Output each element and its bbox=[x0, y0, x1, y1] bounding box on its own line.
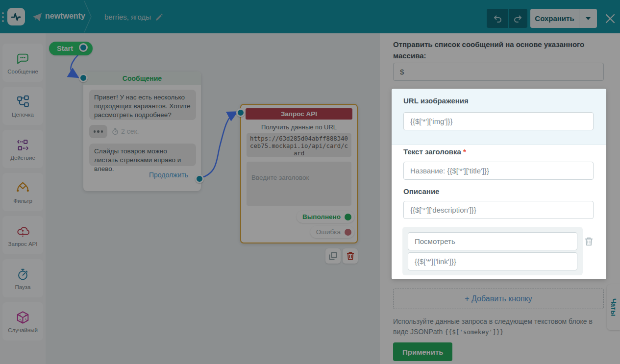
jsonpath-hint: Используйте данные запроса в следующем т… bbox=[393, 316, 605, 337]
button-link-input[interactable] bbox=[408, 252, 577, 270]
action-icon bbox=[15, 138, 30, 152]
message-node-title: Сообщение bbox=[83, 72, 201, 85]
apply-button[interactable]: Применить bbox=[393, 342, 452, 361]
close-button[interactable] bbox=[603, 12, 617, 25]
sidebar-item-chain[interactable]: Цепочка bbox=[2, 87, 43, 125]
random-icon bbox=[15, 310, 30, 325]
trash-icon bbox=[347, 252, 354, 260]
title-label-text: Текст заголовка bbox=[403, 147, 461, 156]
typing-indicator-chip[interactable] bbox=[89, 125, 107, 138]
success-dot-icon bbox=[345, 214, 351, 220]
sidebar-item-label: Запрос API bbox=[8, 241, 38, 247]
array-source-label: Отправить список сообщений на основе ука… bbox=[393, 39, 589, 61]
message-delay: 2 сек. bbox=[112, 127, 139, 135]
copy-icon bbox=[329, 252, 337, 260]
save-split-button: Сохранить bbox=[530, 9, 597, 28]
api-input-connector[interactable] bbox=[236, 108, 245, 117]
api-success-connector[interactable]: Выполнено bbox=[297, 211, 354, 223]
sidebar-item-filter[interactable]: Фильтр bbox=[2, 173, 43, 211]
description-label: Описание bbox=[403, 187, 439, 195]
sidebar-item-random[interactable]: Случайный bbox=[2, 302, 43, 340]
description-input[interactable] bbox=[403, 201, 594, 219]
api-node-subtitle: Получить данные по URL bbox=[241, 123, 357, 131]
kebab-menu-icon[interactable] bbox=[2, 12, 5, 22]
undo-icon bbox=[492, 13, 503, 24]
image-url-input[interactable] bbox=[403, 112, 594, 130]
message-output-connector[interactable] bbox=[195, 174, 204, 183]
breadcrumb-divider bbox=[82, 0, 93, 33]
api-success-label: Выполнено bbox=[302, 213, 341, 220]
undo-button[interactable] bbox=[487, 9, 508, 28]
api-title-placeholder[interactable]: Введите заголовок bbox=[247, 162, 351, 206]
edit-pencil-icon[interactable] bbox=[155, 13, 163, 22]
breadcrumb-bot-name[interactable]: newtwenty bbox=[45, 12, 85, 21]
paper-plane-icon bbox=[32, 13, 42, 22]
message-input-connector[interactable] bbox=[79, 73, 88, 82]
message-bubble-2[interactable]: Слайды товаров можно листать стрелками в… bbox=[89, 144, 196, 166]
sidebar-item-label: Пауза bbox=[15, 284, 31, 290]
filter-icon bbox=[15, 181, 30, 195]
sidebar-item-label: Действие bbox=[10, 155, 35, 161]
message-delay-value: 2 сек. bbox=[121, 127, 139, 135]
pause-icon bbox=[15, 267, 30, 282]
start-node[interactable]: Start bbox=[49, 42, 93, 55]
save-button[interactable]: Сохранить bbox=[530, 9, 579, 28]
redo-icon bbox=[513, 13, 523, 24]
message-node[interactable]: Сообщение Привет! У нас есть несколько п… bbox=[83, 72, 201, 191]
api-request-icon bbox=[15, 224, 30, 239]
app-logo[interactable] bbox=[7, 8, 25, 25]
api-url-value[interactable]: https://63d285d04abff888340ceb75.mockapi… bbox=[247, 133, 351, 157]
sidebar-item-label: Цепочка bbox=[12, 112, 34, 118]
chats-tab[interactable]: Чаты bbox=[607, 284, 620, 330]
api-request-node[interactable]: Запрос API Получить данные по URL https:… bbox=[240, 104, 358, 243]
add-button-button[interactable]: + Добавить кнопку bbox=[393, 289, 604, 309]
start-output-connector[interactable] bbox=[79, 43, 88, 52]
title-input[interactable] bbox=[403, 162, 594, 180]
sidebar-item-label: Сообщение bbox=[7, 69, 38, 74]
stopwatch-icon bbox=[112, 128, 119, 135]
topbar: newtwenty berries, ягоды Сохранить bbox=[0, 0, 620, 33]
array-source-input[interactable] bbox=[393, 63, 604, 81]
chevron-down-icon bbox=[586, 17, 591, 20]
sidebar-item-label: Фильтр bbox=[13, 198, 32, 204]
delete-button-icon[interactable] bbox=[585, 237, 593, 246]
save-dropdown-button[interactable] bbox=[579, 9, 597, 28]
duplicate-node-button[interactable] bbox=[325, 248, 341, 264]
message-template-card: URL изображения Текст заголовка * Описан… bbox=[392, 89, 606, 279]
button-text-input[interactable] bbox=[408, 232, 577, 250]
node-settings-panel: Отправить список сообщений на основе ука… bbox=[380, 33, 620, 364]
continue-link[interactable]: Продолжить bbox=[149, 171, 188, 179]
delete-node-button[interactable] bbox=[343, 248, 358, 264]
redo-button[interactable] bbox=[509, 9, 527, 28]
sidebar-item-label: Случайный bbox=[8, 327, 38, 333]
api-error-connector[interactable]: Ошибка bbox=[310, 226, 354, 238]
message-bubble-1[interactable]: Привет! У нас есть несколько подходящих … bbox=[89, 90, 196, 120]
close-icon bbox=[604, 13, 616, 24]
api-node-title: Запрос API bbox=[246, 108, 352, 120]
button-settings-card bbox=[402, 227, 583, 275]
required-asterisk: * bbox=[463, 147, 466, 156]
block-palette-sidebar: Сообщение Цепочка Действие bbox=[0, 33, 46, 364]
sidebar-item-pause[interactable]: Пауза bbox=[2, 259, 43, 297]
flow-builder-app: newtwenty berries, ягоды Сохранить bbox=[0, 0, 620, 364]
image-url-label: URL изображения bbox=[403, 97, 469, 105]
error-dot-icon bbox=[345, 229, 351, 236]
sidebar-item-api-request[interactable]: Запрос API bbox=[2, 216, 43, 254]
jsonpath-hint-code: {{$['somekey']}} bbox=[445, 328, 503, 336]
flow-canvas[interactable]: Start Сообщение Привет! У нас есть неско… bbox=[46, 33, 380, 364]
sidebar-item-message[interactable]: Сообщение bbox=[2, 44, 43, 82]
title-label: Текст заголовка * bbox=[403, 147, 466, 156]
start-node-label: Start bbox=[57, 45, 73, 52]
chain-icon bbox=[15, 95, 30, 109]
message-icon bbox=[15, 51, 30, 66]
breadcrumb-flow-name[interactable]: berries, ягоды bbox=[104, 13, 151, 21]
sidebar-item-action[interactable]: Действие bbox=[2, 130, 43, 168]
pulse-icon bbox=[10, 11, 22, 23]
api-error-label: Ошибка bbox=[316, 228, 341, 236]
